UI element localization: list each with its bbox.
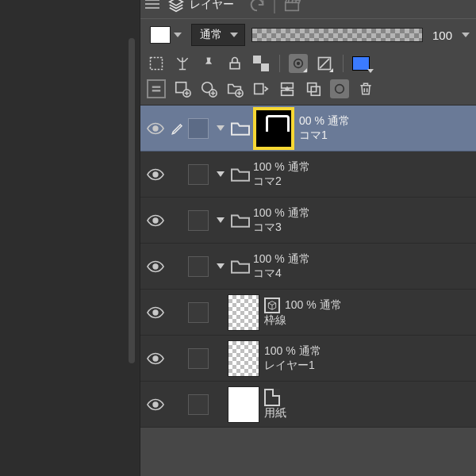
mask-slot[interactable] xyxy=(188,302,209,323)
new-vector-layer-button[interactable] xyxy=(199,79,218,98)
layer-row[interactable]: 100 % 通常コマ2 xyxy=(140,152,476,198)
opacity-slider[interactable] xyxy=(251,28,423,42)
panel-header: レイヤー xyxy=(140,0,476,19)
layers-stack-icon xyxy=(167,0,185,13)
layer-name: 枠線 xyxy=(264,313,476,328)
visibility-toggle[interactable] xyxy=(144,352,167,365)
layer-thumbnail[interactable] xyxy=(228,386,259,423)
reference-layer-button[interactable] xyxy=(289,54,308,73)
folder-icon xyxy=(228,212,253,229)
folder-icon xyxy=(228,166,253,183)
mask-toggle-button[interactable] xyxy=(315,54,334,73)
visibility-toggle[interactable] xyxy=(144,260,167,273)
svg-point-27 xyxy=(153,356,158,361)
svg-line-8 xyxy=(320,59,329,68)
layer-list: 00 % 通常コマ1100 % 通常コマ2100 % 通常コマ3100 % 通常… xyxy=(140,106,476,428)
visibility-toggle[interactable] xyxy=(144,168,167,181)
mask-slot[interactable] xyxy=(188,118,209,139)
layer-name: コマ1 xyxy=(299,129,476,143)
svg-rect-1 xyxy=(151,58,163,70)
layer-label-group: 100 % 通常枠線 xyxy=(264,298,476,328)
svg-rect-4 xyxy=(261,63,269,71)
pin-icon[interactable] xyxy=(199,54,218,73)
onion-skin-button[interactable] xyxy=(147,79,166,98)
delete-layer-button[interactable] xyxy=(356,79,375,98)
separator xyxy=(279,55,280,72)
scrollbar-hint[interactable] xyxy=(129,38,135,363)
layer-row[interactable]: 100 % 通常コマ4 xyxy=(140,244,476,290)
layer-meta: 100 % 通常 xyxy=(253,206,310,221)
svg-rect-3 xyxy=(253,56,261,63)
svg-rect-9 xyxy=(152,86,161,88)
layer-name: 用紙 xyxy=(264,406,476,420)
folder-expand-toggle[interactable] xyxy=(213,263,228,269)
layer-meta: 100 % 通常 xyxy=(264,344,321,359)
layer-row[interactable]: 100 % 通常レイヤー1 xyxy=(140,336,476,382)
layer-flags-row xyxy=(140,51,476,76)
layer-name: コマ2 xyxy=(253,175,476,189)
new-layer-button[interactable] xyxy=(173,79,192,98)
paper-badge xyxy=(264,389,280,406)
svg-rect-0 xyxy=(286,2,299,10)
mask-slot[interactable] xyxy=(188,256,209,277)
layer-row[interactable]: 100 % 通常コマ3 xyxy=(140,198,476,244)
folder-expand-toggle[interactable] xyxy=(213,171,228,177)
layer-meta: 100 % 通常 xyxy=(253,252,310,267)
visibility-toggle[interactable] xyxy=(144,214,167,227)
layer-row[interactable]: 100 % 通常枠線 xyxy=(140,290,476,336)
merge-down-button[interactable] xyxy=(278,79,297,98)
chevron-down-icon xyxy=(174,33,182,37)
layer-row[interactable]: 用紙 xyxy=(140,382,476,428)
layer-color-button[interactable] xyxy=(147,25,185,45)
folder-icon xyxy=(228,120,253,137)
layer-thumbnail[interactable] xyxy=(253,107,294,150)
svg-point-22 xyxy=(153,126,158,131)
svg-point-21 xyxy=(336,85,344,94)
lighthouse-icon[interactable] xyxy=(173,54,192,73)
layer-row[interactable]: 00 % 通常コマ1 xyxy=(140,106,476,152)
clapper-icon[interactable] xyxy=(283,0,301,13)
separator xyxy=(343,55,344,72)
visibility-toggle[interactable] xyxy=(144,398,167,411)
layer-actions-row xyxy=(140,76,476,106)
menu-icon[interactable] xyxy=(145,0,159,10)
layer-mask-button[interactable] xyxy=(330,79,349,98)
svg-point-24 xyxy=(153,218,158,223)
color-swatch xyxy=(150,26,171,44)
svg-point-28 xyxy=(153,402,158,407)
mask-slot[interactable] xyxy=(188,348,209,369)
layer-meta: 00 % 通常 xyxy=(299,114,350,129)
svg-point-25 xyxy=(153,264,158,269)
svg-rect-16 xyxy=(255,84,263,94)
svg-rect-20 xyxy=(311,86,320,95)
new-folder-button[interactable] xyxy=(225,79,244,98)
layer-meta: 100 % 通常 xyxy=(285,298,342,313)
undo-icon[interactable] xyxy=(248,0,266,13)
layer-label-group: 100 % 通常コマ3 xyxy=(253,206,476,234)
draft-pen-icon[interactable] xyxy=(167,121,188,136)
visibility-toggle[interactable] xyxy=(144,306,167,319)
mask-slot[interactable] xyxy=(188,164,209,185)
layer-thumbnail[interactable] xyxy=(228,294,259,331)
lock-icon[interactable] xyxy=(225,54,244,73)
color-chip[interactable] xyxy=(352,56,370,71)
duplicate-layer-button[interactable] xyxy=(304,79,323,98)
layer-thumbnail[interactable] xyxy=(228,340,259,377)
mask-checker-icon[interactable] xyxy=(251,54,271,73)
blend-opacity-row: 通常 100 xyxy=(140,19,476,51)
svg-rect-10 xyxy=(152,90,161,91)
left-gutter xyxy=(0,0,140,476)
mask-slot[interactable] xyxy=(188,210,209,231)
folder-expand-toggle[interactable] xyxy=(213,125,228,131)
layer-label-group: 100 % 通常コマ4 xyxy=(253,252,476,280)
mask-slot[interactable] xyxy=(188,394,209,415)
folder-expand-toggle[interactable] xyxy=(213,217,228,223)
transfer-layer-button[interactable] xyxy=(251,79,271,98)
3d-cube-badge xyxy=(264,298,280,313)
selection-icon[interactable] xyxy=(147,54,166,73)
layer-name: コマ4 xyxy=(253,267,476,281)
visibility-toggle[interactable] xyxy=(144,122,167,135)
layer-label-group: 00 % 通常コマ1 xyxy=(299,114,476,142)
blend-mode-dropdown[interactable]: 通常 xyxy=(191,24,245,46)
opacity-stepper[interactable] xyxy=(462,33,470,37)
